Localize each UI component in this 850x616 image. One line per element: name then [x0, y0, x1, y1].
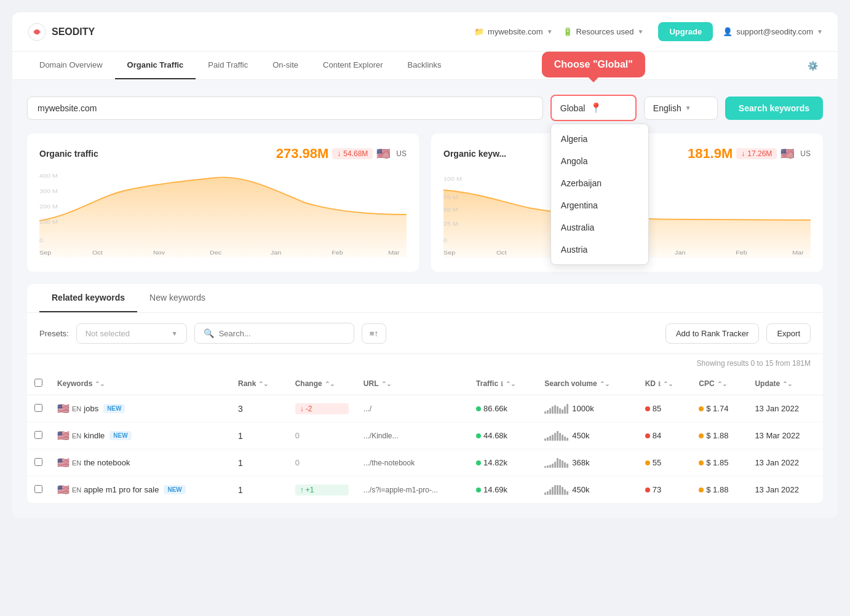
svg-text:75 M: 75 M — [443, 194, 458, 200]
col-change[interactable]: Change⌃⌄ — [295, 379, 349, 388]
chevron-down-icon: ▼ — [172, 330, 178, 337]
export-button[interactable]: Export — [766, 323, 811, 344]
nav-content-explorer[interactable]: Content Explorer — [311, 52, 395, 79]
svg-text:Oct: Oct — [92, 250, 103, 256]
chart-value-2: 181.9M — [688, 146, 733, 162]
row-checkbox[interactable] — [34, 458, 42, 466]
rank-value: 1 — [238, 458, 243, 468]
svg-text:Oct: Oct — [496, 250, 507, 256]
dropdown-item-azerbaijan[interactable]: Azerbaijan — [551, 172, 648, 194]
dropdown-item-argentina[interactable]: Argentina — [551, 194, 648, 216]
col-rank[interactable]: Rank⌃⌄ — [238, 379, 280, 388]
nav-domain-overview[interactable]: Domain Overview — [27, 52, 115, 79]
col-search-volume[interactable]: Search volume⌃⌄ — [544, 379, 630, 388]
svg-text:50 M: 50 M — [443, 207, 458, 213]
tab-new-keywords[interactable]: New keywords — [137, 284, 218, 312]
cpc-dot — [699, 488, 704, 492]
rank-value: 3 — [238, 404, 243, 414]
us-flag-2: 🇺🇸 — [780, 147, 794, 160]
col-kd[interactable]: KDℹ⌃⌄ — [645, 379, 685, 388]
nav-paid-traffic[interactable]: Paid Traffic — [196, 52, 260, 79]
user-avatar-icon: 👤 — [723, 27, 733, 36]
chart-meta-2: 181.9M ↓ 17.26M 🇺🇸 US — [688, 146, 811, 162]
row-checkbox[interactable] — [34, 404, 42, 412]
site-search-input[interactable] — [27, 97, 543, 120]
select-all-checkbox[interactable] — [34, 379, 42, 387]
user-menu[interactable]: 👤 support@seodity.com ▼ — [723, 27, 823, 36]
rank-value: 1 — [238, 485, 243, 495]
presets-dropdown[interactable]: Not selected ▼ — [76, 323, 187, 344]
svg-text:100 M: 100 M — [443, 176, 462, 182]
keywords-search-input[interactable] — [219, 329, 345, 338]
us-flag: 🇺🇸 — [57, 430, 70, 441]
cpc-dot — [699, 433, 704, 438]
svg-text:Sep: Sep — [443, 250, 456, 256]
search-icon: 🔍 — [204, 328, 214, 338]
dropdown-item-algeria[interactable]: Algeria — [551, 128, 648, 150]
col-url[interactable]: URL⌃⌄ — [363, 379, 461, 388]
svg-text:400 M: 400 M — [39, 173, 58, 179]
volume-cell: 1000k — [544, 404, 630, 414]
traffic-value: 14.82k — [476, 458, 530, 467]
search-keywords-button[interactable]: Search keywords — [725, 97, 823, 120]
us-flag-1: 🇺🇸 — [376, 147, 390, 160]
presets-value: Not selected — [85, 329, 130, 338]
volume-bars — [544, 458, 568, 468]
nav-settings-button[interactable]: ⚙️ — [803, 52, 823, 79]
svg-text:Mar: Mar — [388, 250, 400, 256]
dropdown-item-angola[interactable]: Angola — [551, 150, 648, 172]
location-icon: 📍 — [590, 102, 602, 114]
tab-related-keywords[interactable]: Related keywords — [39, 284, 137, 312]
folder-icon: 📁 — [474, 27, 484, 36]
update-value: 13 Jan 2022 — [755, 485, 799, 494]
dropdown-item-austria[interactable]: Austria — [551, 239, 648, 261]
results-count: Showing results 0 to 15 from 181M — [27, 354, 823, 373]
keywords-search[interactable]: 🔍 — [194, 323, 354, 344]
table-row: 🇺🇸 EN the notebook 1 0 .../the-notebook … — [27, 449, 823, 476]
cpc-dot — [699, 406, 704, 411]
keyword-cell: 🇺🇸 EN jobs NEW — [57, 403, 223, 414]
col-cpc[interactable]: CPC⌃⌄ — [699, 379, 740, 388]
svg-text:Jan: Jan — [271, 250, 281, 256]
cpc-value: $ 1.74 — [699, 404, 740, 413]
cpc-value: $ 1.88 — [699, 485, 740, 494]
filter-button[interactable]: ≡↑ — [362, 323, 386, 344]
us-flag: 🇺🇸 — [57, 484, 70, 496]
resources-button[interactable]: 🔋 Resources used ▼ — [563, 27, 644, 36]
kd-value: 55 — [645, 458, 685, 467]
col-keywords[interactable]: Keywords⌃⌄ — [57, 379, 223, 388]
chevron-down-icon: ▼ — [547, 28, 553, 35]
nav-organic-traffic[interactable]: Organic Traffic — [115, 52, 196, 79]
chevron-down-icon: ▼ — [637, 28, 643, 35]
geo-selector: Global 📍 Choose "Global" Algeria Angola … — [550, 95, 637, 121]
svg-text:0: 0 — [39, 237, 44, 243]
resources-icon: 🔋 — [563, 27, 573, 36]
update-value: 13 Mar 2022 — [755, 431, 800, 440]
col-traffic[interactable]: Trafficℹ⌃⌄ — [476, 379, 530, 388]
nav-uptime[interactable]: Backlinks — [395, 52, 454, 79]
main-nav: Domain Overview Organic Traffic Paid Tra… — [12, 52, 838, 80]
kd-dot — [645, 433, 650, 438]
row-checkbox[interactable] — [34, 485, 42, 493]
upgrade-button[interactable]: Upgrade — [658, 22, 713, 41]
row-checkbox[interactable] — [34, 431, 42, 439]
change-value: 0 — [295, 431, 300, 440]
table-row: 🇺🇸 EN jobs NEW 3 ↓ -2 .../ 86.66k — [27, 395, 823, 422]
col-update[interactable]: Update⌃⌄ — [755, 379, 816, 388]
language-selector[interactable]: English ▼ — [644, 97, 718, 120]
nav-on-site[interactable]: On-site — [260, 52, 311, 79]
site-selector[interactable]: 📁 mywebsite.com ▼ — [474, 27, 552, 36]
update-value: 13 Jan 2022 — [755, 458, 799, 467]
nav-backlinks[interactable] — [454, 57, 479, 75]
us-flag: 🇺🇸 — [57, 403, 70, 414]
new-badge: NEW — [109, 431, 131, 440]
svg-text:0: 0 — [443, 237, 448, 243]
add-rank-tracker-button[interactable]: Add to Rank Tracker — [665, 323, 760, 344]
traffic-value: 86.66k — [476, 404, 530, 413]
geo-dropdown-button[interactable]: Global 📍 — [550, 95, 637, 121]
svg-text:Feb: Feb — [332, 250, 343, 256]
lang-value: English — [653, 103, 681, 113]
traffic-dot — [476, 460, 481, 465]
dropdown-item-australia[interactable]: Australia — [551, 216, 648, 239]
volume-bars — [544, 485, 568, 495]
